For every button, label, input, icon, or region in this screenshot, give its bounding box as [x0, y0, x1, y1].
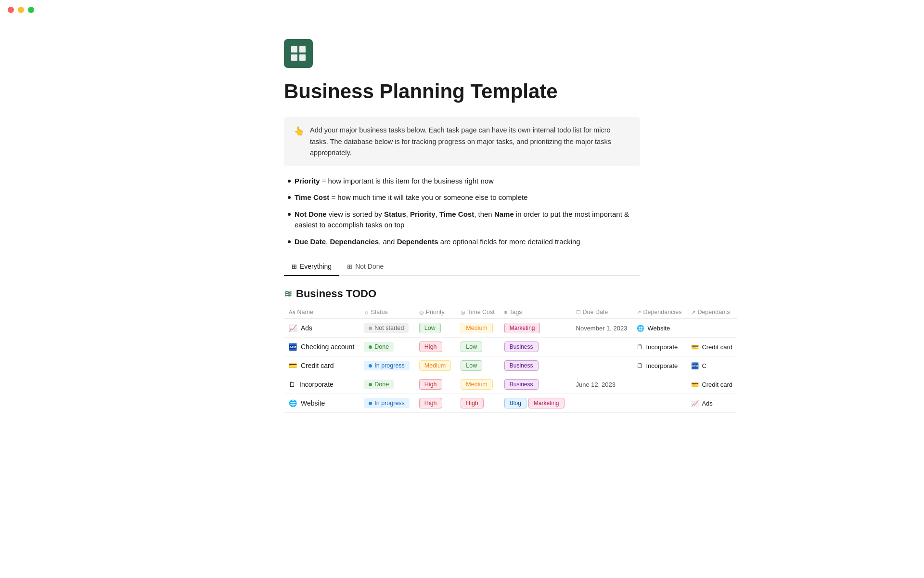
bullet-dot	[288, 180, 291, 183]
dep-label: Website	[647, 325, 670, 332]
tag-badge: Business	[504, 360, 539, 371]
maximize-button[interactable]	[28, 7, 34, 13]
db-title: ≋ Business TODO	[284, 288, 640, 300]
table-row[interactable]: 🏧Checking accountDoneHighLowBusiness🗒Inc…	[284, 338, 737, 356]
table-row[interactable]: 🌐WebsiteIn progressHighHighBlogMarketing…	[284, 394, 737, 413]
cell-timecost: Low	[456, 338, 500, 356]
dependancy-link[interactable]: 🗒Incorporate	[637, 362, 681, 369]
cell-timecost: Low	[456, 356, 500, 375]
status-dot	[369, 383, 372, 386]
page-title: Business Planning Template	[284, 79, 640, 104]
row-name-text: Incorporate	[299, 381, 334, 388]
col-timecost: ◎Time Cost	[456, 306, 500, 319]
status-label: Done	[374, 381, 389, 388]
bullet-text: Time Cost = how much time it will take y…	[295, 192, 528, 203]
table-row[interactable]: 💳Credit cardIn progressMediumLowBusiness…	[284, 356, 737, 375]
cell-tags: Business	[500, 356, 571, 375]
cell-status: Done	[359, 375, 414, 394]
callout-block: 👆 Add your major business tasks below. E…	[284, 117, 640, 166]
svg-rect-2	[291, 54, 297, 61]
svg-rect-0	[291, 46, 297, 53]
dependant-link[interactable]: 💳Credit card	[691, 343, 732, 351]
cell-name: 📈Ads	[284, 319, 359, 338]
cell-dependancies: 🗒Incorporate	[632, 338, 686, 356]
tag-badge: Business	[504, 342, 539, 352]
dep-emoji: 🏧	[691, 362, 699, 369]
row-name-text: Website	[301, 399, 325, 407]
status-label: Done	[374, 343, 389, 350]
page-content: Business Planning Template 👆 Add your ma…	[245, 20, 679, 451]
cell-duedate	[571, 356, 632, 375]
cell-tags: Marketing	[500, 319, 571, 338]
table-row[interactable]: 📈AdsNot startedLowMediumMarketingNovembe…	[284, 319, 737, 338]
bullet-item-optional: Due Date, Dependancies, and Dependents a…	[288, 236, 640, 248]
status-badge: Done	[364, 342, 394, 352]
bullet-dot	[288, 213, 291, 216]
status-badge: Not started	[364, 323, 409, 333]
cell-tags: BlogMarketing	[500, 394, 571, 413]
cell-duedate: November 1, 2023	[571, 319, 632, 338]
bullet-text: Not Done view is sorted by Status, Prior…	[295, 209, 640, 231]
dep-emoji: 🗒	[637, 362, 643, 369]
priority-badge: High	[419, 379, 442, 390]
dependant-link[interactable]: 📈Ads	[691, 400, 732, 407]
tab-everything-label: Everything	[300, 263, 332, 270]
dependancy-link[interactable]: 🗒Incorporate	[637, 343, 681, 351]
tag-badge: Business	[504, 379, 539, 390]
tab-everything-icon: ⊞	[292, 263, 297, 270]
bullet-item-notdone: Not Done view is sorted by Status, Prior…	[288, 209, 640, 231]
status-badge: Done	[364, 380, 394, 389]
cell-timecost: Medium	[456, 319, 500, 338]
cell-priority: High	[414, 338, 456, 356]
col-dependants: ↗Dependants	[686, 306, 737, 319]
tabs-bar: ⊞ Everything ⊞ Not Done	[284, 259, 640, 276]
row-name-text: Ads	[301, 324, 312, 332]
tab-not-done[interactable]: ⊞ Not Done	[339, 259, 391, 276]
tag-badge: Blog	[504, 398, 526, 408]
dep-label: Incorporate	[646, 362, 678, 369]
minimize-button[interactable]	[18, 7, 24, 13]
col-tags: ≡Tags	[500, 306, 571, 319]
dep-label: Credit card	[702, 381, 732, 388]
col-name: AaName	[284, 306, 359, 319]
cell-tags: Business	[500, 338, 571, 356]
dependant-link[interactable]: 💳Credit card	[691, 381, 732, 388]
row-name-text: Credit card	[301, 362, 334, 369]
cell-dependants: 💳Credit card	[686, 338, 737, 356]
status-badge: In progress	[364, 398, 410, 408]
database-section: ≋ Business TODO AaName ☼Status ◎Priority…	[284, 288, 640, 413]
bullet-text: Priority = how important is this item fo…	[295, 176, 494, 187]
cell-dependants	[686, 319, 737, 338]
dependancy-link[interactable]: 🌐Website	[637, 325, 681, 332]
col-status: ☼Status	[359, 306, 414, 319]
db-title-icon: ≋	[284, 288, 292, 300]
timecost-badge: Medium	[461, 323, 492, 333]
tab-everything[interactable]: ⊞ Everything	[284, 259, 339, 276]
cell-timecost: High	[456, 394, 500, 413]
cell-name: 💳Credit card	[284, 356, 359, 375]
cell-dependancies: 🗒Incorporate	[632, 356, 686, 375]
cell-tags: Business	[500, 375, 571, 394]
cell-status: Done	[359, 338, 414, 356]
priority-badge: Low	[419, 323, 441, 333]
bullet-item-priority: Priority = how important is this item fo…	[288, 176, 640, 187]
table-row[interactable]: 🗒IncorporateDoneHighMediumBusinessJune 1…	[284, 375, 737, 394]
cell-priority: Medium	[414, 356, 456, 375]
timecost-badge: Low	[461, 342, 482, 352]
bullet-item-timecost: Time Cost = how much time it will take y…	[288, 192, 640, 203]
row-name-text: Checking account	[301, 343, 354, 351]
close-button[interactable]	[8, 7, 14, 13]
cell-dependancies	[632, 394, 686, 413]
priority-badge: Medium	[419, 360, 451, 371]
callout-emoji: 👆	[294, 126, 304, 158]
tab-not-done-label: Not Done	[355, 263, 384, 270]
window-chrome	[0, 0, 924, 20]
cell-name: 🌐Website	[284, 394, 359, 413]
cell-status: In progress	[359, 356, 414, 375]
cell-dependants: 📈Ads	[686, 394, 737, 413]
cell-status: Not started	[359, 319, 414, 338]
svg-rect-3	[299, 54, 306, 61]
status-dot	[369, 364, 372, 368]
dep-label: Incorporate	[646, 343, 678, 351]
dependant-link[interactable]: 🏧C	[691, 362, 732, 369]
